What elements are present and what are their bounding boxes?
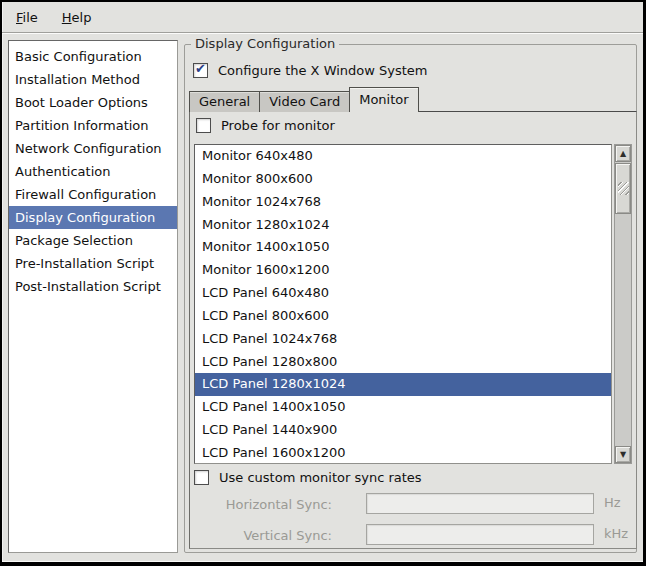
configure-x-label: Configure the X Window System	[218, 63, 428, 78]
display-tabs: General Video Card Monitor	[189, 87, 418, 112]
custom-sync-label: Use custom monitor sync rates	[219, 470, 422, 485]
display-configuration-frame: Display Configuration ✔ Configure the X …	[184, 44, 637, 553]
frame-title: Display Configuration	[191, 36, 339, 51]
vertical-sync-unit: kHz	[604, 526, 628, 541]
monitor-list-item[interactable]: Monitor 640x480	[195, 145, 611, 168]
scroll-up-icon: ▲	[620, 149, 626, 158]
monitor-list-item[interactable]: LCD Panel 1440x900	[195, 419, 611, 442]
monitor-list-item[interactable]: Monitor 1024x768	[195, 191, 611, 214]
monitor-list-item[interactable]: LCD Panel 640x480	[195, 282, 611, 305]
scrollbar-thumb[interactable]	[615, 163, 631, 214]
sidebar-item[interactable]: Authentication	[9, 160, 177, 183]
checkmark-icon: ✔	[195, 61, 206, 76]
menu-bar: File Help	[2, 2, 643, 33]
probe-monitor-label: Probe for monitor	[221, 118, 335, 133]
sidebar-item[interactable]: Network Configuration	[9, 137, 177, 160]
monitor-list[interactable]: Monitor 640x480 Monitor 800x600 Monitor …	[194, 144, 612, 464]
monitor-list-item[interactable]: Monitor 1600x1200	[195, 259, 611, 282]
configure-x-checkbox[interactable]: ✔ Configure the X Window System	[193, 63, 428, 78]
custom-sync-checkbox[interactable]: Use custom monitor sync rates	[194, 470, 422, 485]
scroll-down-icon: ▼	[620, 450, 626, 459]
monitor-list-item[interactable]: LCD Panel 1280x800	[195, 351, 611, 374]
checkbox-unchecked-icon	[194, 470, 209, 485]
scroll-down-button[interactable]: ▼	[615, 446, 631, 463]
sidebar-item[interactable]: Pre-Installation Script	[9, 252, 177, 275]
vertical-sync-label: Vertical Sync:	[190, 528, 332, 543]
monitor-list-item[interactable]: LCD Panel 1024x768	[195, 328, 611, 351]
menu-item[interactable]: Help	[54, 6, 100, 29]
sidebar-item[interactable]: Firewall Configuration	[9, 183, 177, 206]
monitor-list-item[interactable]: LCD Panel 1280x1024	[195, 373, 611, 396]
monitor-list-item[interactable]: Monitor 800x600	[195, 168, 611, 191]
sidebar-item[interactable]: Post-Installation Script	[9, 275, 177, 298]
monitor-list-item[interactable]: LCD Panel 1400x1050	[195, 396, 611, 419]
checkbox-checked-icon: ✔	[193, 63, 208, 78]
menu-item[interactable]: File	[8, 6, 46, 29]
sidebar-item[interactable]: Package Selection	[9, 229, 177, 252]
monitor-list-item[interactable]: LCD Panel 800x600	[195, 305, 611, 328]
kickstart-configurator-window: File Help Basic Configuration Installati…	[0, 0, 646, 566]
tab[interactable]: Monitor	[349, 87, 418, 112]
sidebar-item[interactable]: Basic Configuration	[9, 45, 177, 68]
horizontal-sync-row: Horizontal Sync: Hz	[190, 493, 636, 515]
horizontal-sync-unit: Hz	[604, 495, 621, 510]
tab[interactable]: General	[189, 91, 260, 112]
checkbox-unchecked-icon	[196, 118, 211, 133]
horizontal-sync-label: Horizontal Sync:	[190, 497, 332, 512]
scrollbar-grip-icon	[618, 182, 629, 195]
category-list[interactable]: Basic Configuration Installation Method …	[8, 40, 178, 553]
scroll-up-button[interactable]: ▲	[615, 145, 631, 162]
probe-monitor-checkbox[interactable]: Probe for monitor	[196, 118, 335, 133]
monitor-list-item[interactable]: Monitor 1400x1050	[195, 236, 611, 259]
monitor-list-item[interactable]: Monitor 1280x1024	[195, 214, 611, 237]
monitor-list-item[interactable]: LCD Panel 1600x1200	[195, 442, 611, 464]
tab[interactable]: Video Card	[259, 91, 350, 112]
sidebar-item[interactable]: Installation Method	[9, 68, 177, 91]
sidebar-item[interactable]: Display Configuration	[9, 206, 177, 229]
vertical-sync-row: Vertical Sync: kHz	[190, 524, 636, 546]
vertical-sync-input	[366, 524, 594, 545]
sidebar-item[interactable]: Boot Loader Options	[9, 91, 177, 114]
monitor-list-scrollbar[interactable]: ▲ ▼	[614, 144, 632, 464]
monitor-tab-page: Probe for monitor Monitor 640x480 Monito…	[189, 111, 637, 549]
sidebar-item[interactable]: Partition Information	[9, 114, 177, 137]
horizontal-sync-input	[366, 493, 594, 514]
